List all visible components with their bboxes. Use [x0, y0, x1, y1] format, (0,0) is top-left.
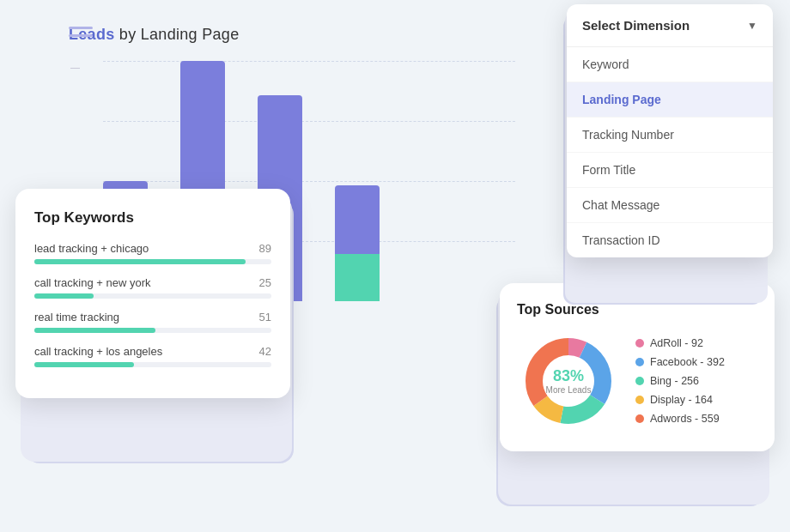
dimension-dropdown[interactable]: Select Dimension ▼ Keyword Landing Page …: [567, 4, 773, 257]
keyword-bar-bg-3: [34, 328, 271, 333]
keyword-bar-fill-3: [34, 328, 155, 333]
legend-label-adwords: Adwords - 559: [650, 413, 720, 425]
keyword-row-3: real time tracking 51: [34, 311, 271, 333]
keyword-name-4: call tracking + los angeles: [34, 345, 162, 358]
dimension-option-keyword[interactable]: Keyword: [567, 47, 773, 82]
keyword-name-2: call tracking + new york: [34, 276, 150, 289]
chevron-down-icon: ▼: [747, 20, 757, 32]
keyword-bar-bg-4: [34, 362, 271, 367]
dimension-option-form-title[interactable]: Form Title: [567, 153, 773, 188]
legend-dot-facebook: [635, 358, 644, 366]
chart-title: Leads by Landing Page: [69, 26, 515, 44]
bar-teal-4: [335, 254, 380, 301]
dimension-option-transaction-id[interactable]: Transaction ID: [567, 223, 773, 257]
bar-purple-4: [335, 185, 380, 254]
legend-teal-line: [69, 34, 93, 37]
sources-card-full: Top Sources 8: [517, 302, 757, 432]
legend-purple-line: [69, 27, 93, 29]
scene: Leads by Landing Page —: [0, 0, 790, 532]
bar-group-4: [335, 185, 380, 301]
sources-inner: 83% More Leads AdRoll - 92 Facebook - 39…: [517, 329, 757, 432]
keywords-card-title: Top Keywords: [34, 209, 271, 227]
keyword-value-3: 51: [259, 311, 271, 323]
dimension-header[interactable]: Select Dimension ▼: [567, 4, 773, 47]
keyword-bar-bg-2: [34, 293, 271, 299]
sources-legend: AdRoll - 92 Facebook - 392 Bing - 256 Di…: [635, 337, 725, 425]
dimension-header-label: Select Dimension: [582, 18, 690, 33]
legend-dot-bing: [635, 377, 644, 385]
keyword-value-2: 25: [259, 276, 271, 289]
legend-display: Display - 164: [635, 394, 725, 406]
keyword-name-3: real time tracking: [34, 311, 119, 323]
dimension-option-tracking-number[interactable]: Tracking Number: [567, 118, 773, 153]
keywords-card: Top Keywords lead tracking + chicago 89 …: [15, 189, 290, 398]
donut-chart: 83% More Leads: [517, 329, 620, 432]
legend-dot-adroll: [635, 339, 644, 348]
chart-legend: [69, 27, 93, 37]
legend-adroll: AdRoll - 92: [635, 337, 725, 349]
keyword-row-2: call tracking + new york 25: [34, 276, 271, 299]
keyword-row-1: lead tracking + chicago 89: [34, 242, 271, 264]
dimension-option-landing-page[interactable]: Landing Page: [567, 82, 773, 118]
legend-label-adroll: AdRoll - 92: [650, 337, 703, 349]
donut-percent: 83%: [546, 367, 592, 385]
keyword-bar-fill-2: [34, 293, 94, 299]
keyword-bar-fill-4: [34, 362, 134, 367]
keyword-value-4: 42: [259, 345, 271, 358]
legend-dot-adwords: [635, 414, 644, 423]
legend-teal: [69, 34, 93, 37]
keyword-bar-fill-1: [34, 259, 246, 264]
legend-dot-display: [635, 396, 644, 404]
legend-adwords: Adwords - 559: [635, 413, 725, 425]
legend-label-display: Display - 164: [650, 394, 713, 406]
legend-bing: Bing - 256: [635, 375, 725, 387]
legend-facebook: Facebook - 392: [635, 356, 725, 368]
dimension-option-chat-message[interactable]: Chat Message: [567, 188, 773, 223]
legend-label-bing: Bing - 256: [650, 375, 699, 387]
donut-center: 83% More Leads: [546, 367, 592, 395]
sources-card: Top Sources 8: [500, 283, 775, 451]
legend-purple: [69, 27, 93, 29]
donut-label: More Leads: [546, 385, 592, 395]
keyword-bar-bg-1: [34, 259, 271, 264]
keyword-value-1: 89: [259, 242, 271, 255]
chart-title-rest: by Landing Page: [115, 26, 240, 43]
keyword-row-4: call tracking + los angeles 42: [34, 345, 271, 367]
legend-label-facebook: Facebook - 392: [650, 356, 725, 368]
keyword-name-1: lead tracking + chicago: [34, 242, 149, 255]
